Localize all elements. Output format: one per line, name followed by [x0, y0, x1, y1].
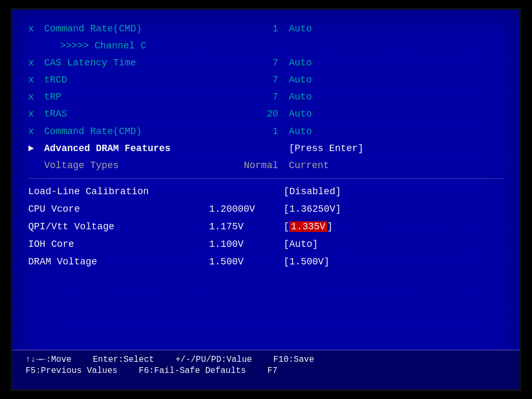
- status-bar: ↑↓→←:Move Enter:Select +/-/PU/PD:Value F…: [12, 350, 520, 389]
- setting-value-bracket: [Disabled]: [284, 185, 504, 199]
- row-name: tRP: [44, 90, 225, 104]
- section-divider: [28, 178, 504, 179]
- row-name: Command Rate(CMD): [44, 124, 225, 138]
- trcd-row[interactable]: x tRCD 7 Auto: [28, 71, 504, 88]
- channel-c-header: >>>>> Channel C: [28, 37, 504, 54]
- setting-value-bracket: [Auto]: [284, 237, 504, 252]
- row-value: 20: [225, 107, 289, 121]
- advanced-dram-label: Advanced DRAM Features: [44, 142, 225, 155]
- highlighted-value: 1.335V: [289, 221, 327, 232]
- f7-hint: F7: [267, 366, 277, 376]
- channel-label: >>>>> Channel C: [60, 39, 241, 53]
- row-prefix: x: [28, 22, 44, 36]
- trp-row[interactable]: x tRP 7 Auto: [28, 88, 504, 105]
- status-row-2: F5:Previous Values F6:Fail-Safe Defaults…: [26, 366, 506, 376]
- row-setting: Auto: [289, 22, 504, 36]
- row-value: 1: [225, 124, 289, 138]
- row-name: tRAS: [44, 107, 225, 121]
- advanced-dram-setting: [Press Enter]: [289, 142, 504, 155]
- row-prefix: x: [28, 107, 44, 121]
- dram-voltage-row[interactable]: DRAM Voltage 1.500V [1.500V]: [28, 253, 504, 271]
- voltage-types-value: Normal: [225, 159, 289, 172]
- enter-hint: Enter:Select: [93, 355, 154, 364]
- row-value: 7: [225, 56, 289, 70]
- row-setting: Auto: [289, 90, 504, 104]
- setting-value-bracket: [1.500V]: [284, 255, 504, 269]
- move-hint: ↑↓→←:Move: [26, 355, 71, 364]
- f10-hint: F10:Save: [273, 355, 314, 364]
- f5-hint: F5:Previous Values: [26, 366, 118, 376]
- row-prefix: x: [28, 73, 44, 87]
- settings-section: Load-Line Calibration [Disabled] CPU Vco…: [28, 183, 504, 271]
- setting-value-bracket-highlighted: [1.335V]: [284, 220, 504, 234]
- setting-value: 1.175V: [209, 220, 284, 234]
- row-name: CAS Latency Time: [44, 56, 225, 70]
- setting-value-bracket: [1.36250V]: [284, 202, 504, 217]
- bios-content: x Command Rate(CMD) 1 Auto >>>>> Channel…: [28, 20, 504, 342]
- row-setting: Auto: [289, 73, 504, 87]
- row-name: tRCD: [44, 73, 225, 87]
- voltage-types-setting: Current: [289, 159, 504, 172]
- setting-value: 1.500V: [209, 255, 284, 269]
- row-setting: Auto: [289, 56, 504, 70]
- row-prefix: x: [28, 124, 44, 138]
- load-line-row[interactable]: Load-Line Calibration [Disabled]: [28, 183, 504, 201]
- cmd-rate-row-1[interactable]: x Command Rate(CMD) 1 Auto: [28, 20, 504, 37]
- cpu-vcore-row[interactable]: CPU Vcore 1.20000V [1.36250V]: [28, 201, 504, 218]
- value-hint: +/-/PU/PD:Value: [176, 355, 252, 364]
- setting-name: CPU Vcore: [28, 202, 209, 217]
- ioh-core-row[interactable]: IOH Core 1.100V [Auto]: [28, 236, 504, 253]
- row-setting: Auto: [289, 107, 504, 121]
- row-name: Command Rate(CMD): [44, 22, 225, 36]
- bios-screen: x Command Rate(CMD) 1 Auto >>>>> Channel…: [11, 8, 521, 391]
- row-value: 1: [225, 22, 289, 36]
- row-value: 7: [225, 73, 289, 87]
- cas-latency-row[interactable]: x CAS Latency Time 7 Auto: [28, 54, 504, 71]
- arrow-prefix: ►: [28, 142, 44, 155]
- advanced-dram-row[interactable]: ► Advanced DRAM Features [Press Enter]: [28, 140, 504, 157]
- row-prefix: x: [28, 90, 44, 104]
- row-prefix: x: [28, 56, 44, 70]
- qpi-vtt-row[interactable]: QPI/Vtt Voltage 1.175V [1.335V]: [28, 218, 504, 236]
- setting-value: 1.100V: [209, 237, 284, 252]
- setting-name: QPI/Vtt Voltage: [28, 220, 209, 234]
- setting-name: IOH Core: [28, 237, 209, 252]
- voltage-types-label: Voltage Types: [44, 159, 225, 172]
- setting-value: 1.20000V: [209, 202, 284, 217]
- setting-name: Load-Line Calibration: [28, 185, 209, 199]
- f6-hint: F6:Fail-Safe Defaults: [139, 366, 246, 376]
- row-value: 7: [225, 90, 289, 104]
- voltage-types-row: Voltage Types Normal Current: [28, 157, 504, 174]
- tras-row[interactable]: x tRAS 20 Auto: [28, 105, 504, 122]
- row-setting: Auto: [289, 124, 504, 138]
- cmd-rate-row-2[interactable]: x Command Rate(CMD) 1 Auto: [28, 123, 504, 140]
- setting-name: DRAM Voltage: [28, 255, 209, 269]
- status-row-1: ↑↓→←:Move Enter:Select +/-/PU/PD:Value F…: [26, 355, 506, 364]
